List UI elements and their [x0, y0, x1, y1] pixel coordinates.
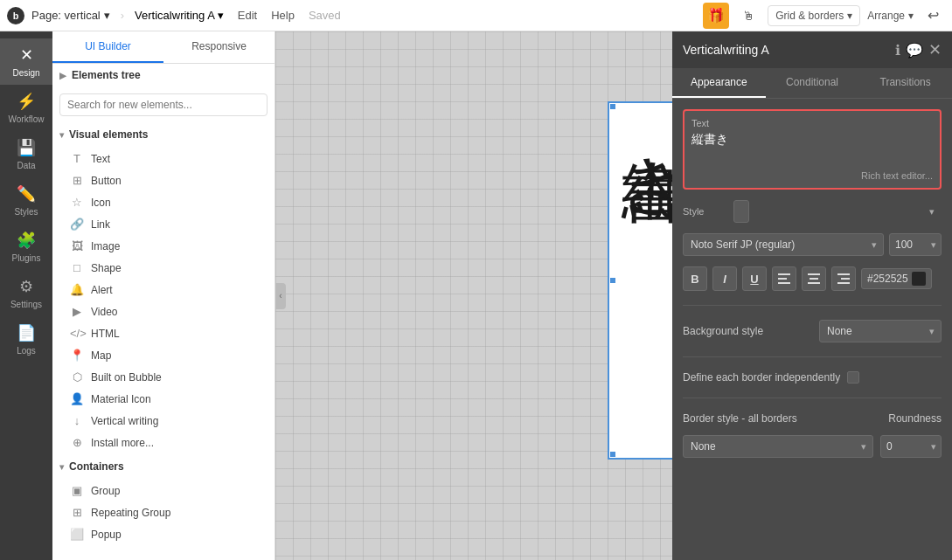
element-button[interactable]: ⊞ Button	[52, 169, 274, 191]
element-link[interactable]: 🔗 Link	[52, 213, 274, 235]
font-select[interactable]: Noto Serif JP (regular)	[683, 233, 884, 256]
arrange-label: Arrange	[867, 10, 905, 22]
elements-tree-header[interactable]: ▶ Elements tree	[52, 64, 274, 86]
element-repeating-group[interactable]: ⊞ Repeating Group	[52, 501, 274, 523]
element-name-arrow: ▾	[218, 9, 224, 22]
containers-label: Containers	[69, 460, 124, 473]
edit-menu[interactable]: Edit	[238, 9, 257, 22]
sidebar-label-settings: Settings	[10, 300, 42, 309]
element-icon[interactable]: ☆ Icon	[52, 191, 274, 213]
tab-responsive[interactable]: Responsive	[163, 31, 274, 63]
color-value: #252525	[867, 273, 908, 285]
search-input[interactable]	[59, 93, 268, 116]
bold-button[interactable]: B	[683, 266, 707, 291]
containers-header[interactable]: ▾ Containers	[52, 455, 274, 478]
color-picker[interactable]: #252525	[861, 268, 932, 289]
grid-borders-button[interactable]: Grid & borders ▾	[768, 5, 860, 26]
element-video[interactable]: ▶ Video	[52, 301, 274, 322]
element-html[interactable]: </> HTML	[52, 322, 274, 344]
tab-transitions[interactable]: Transitions	[858, 68, 952, 98]
align-center-button[interactable]	[802, 266, 826, 291]
svg-rect-5	[808, 282, 820, 284]
sidebar-item-logs[interactable]: 📄 Logs	[0, 316, 52, 363]
main-layout: ✕ Design ⚡ Workflow 💾 Data ✏️ Styles 🧩 P…	[0, 31, 952, 560]
element-name-selector[interactable]: Verticalwriting A ▾	[135, 9, 224, 22]
element-text[interactable]: T Text	[52, 148, 274, 169]
element-built-on-bubble[interactable]: ⬡ Built on Bubble	[52, 366, 274, 388]
panel-collapse-button[interactable]: ‹	[275, 283, 286, 309]
element-image[interactable]: 🖼 Image	[52, 235, 274, 257]
align-right-button[interactable]	[831, 266, 856, 291]
svg-rect-1	[778, 278, 787, 280]
comment-icon[interactable]: 💬	[906, 42, 923, 59]
element-group[interactable]: ▣ Group	[52, 480, 274, 501]
element-vertical-writing[interactable]: ↓ Vertical writing	[52, 410, 274, 432]
sidebar-item-workflow[interactable]: ⚡ Workflow	[0, 85, 52, 131]
border-style-select[interactable]: None	[683, 435, 873, 458]
topbar-actions: Edit Help Saved	[238, 9, 341, 22]
gift-button[interactable]: 🎁	[703, 3, 729, 29]
background-style-label: Background style	[683, 325, 812, 337]
border-roundness-controls: None 0	[683, 435, 942, 458]
roundness-select-wrap: 0	[880, 435, 942, 458]
html-icon: </>	[70, 327, 84, 340]
canvas-area[interactable]: ‹ 縦書き	[275, 31, 672, 560]
visual-elements-arrow: ▾	[59, 130, 64, 140]
element-material-icon[interactable]: 👤 Material Icon	[52, 388, 274, 410]
image-icon: 🖼	[70, 239, 84, 252]
background-style-select[interactable]: None	[819, 320, 942, 342]
sidebar-label-styles: Styles	[14, 207, 38, 217]
tab-ui-builder[interactable]: UI Builder	[52, 31, 163, 63]
rich-text-editor-link[interactable]: Rich text editor...	[691, 170, 933, 181]
cursor-icon[interactable]: 🖱	[736, 3, 761, 28]
containers-arrow: ▾	[59, 462, 64, 472]
sidebar-item-plugins[interactable]: 🧩 Plugins	[0, 224, 52, 270]
sidebar-item-settings[interactable]: ⚙ Settings	[0, 270, 52, 316]
resize-handle-top-left[interactable]	[609, 103, 616, 110]
tab-conditional[interactable]: Conditional	[766, 68, 859, 98]
roundness-select[interactable]: 0	[880, 435, 942, 458]
close-icon[interactable]: ✕	[928, 40, 942, 59]
info-icon[interactable]: ℹ	[895, 42, 900, 59]
svg-rect-3	[808, 273, 820, 275]
link-icon: 🔗	[70, 218, 84, 231]
sidebar-item-design[interactable]: ✕ Design	[0, 38, 52, 85]
sidebar-item-styles[interactable]: ✏️ Styles	[0, 177, 52, 224]
page-selector[interactable]: Page: vertical ▾	[31, 9, 110, 22]
resize-handle-bottom-left[interactable]	[609, 451, 616, 458]
resize-handle-middle-left[interactable]	[609, 277, 616, 284]
sidebar-item-data[interactable]: 💾 Data	[0, 131, 52, 177]
underline-button[interactable]: U	[742, 266, 767, 291]
vertical-text-element[interactable]: 縦書き	[608, 101, 672, 460]
tab-appearance[interactable]: Appearance	[672, 68, 766, 98]
panel-tabs: UI Builder Responsive	[52, 31, 274, 64]
element-alert[interactable]: 🔔 Alert	[52, 279, 274, 301]
visual-elements-header[interactable]: ▾ Visual elements	[52, 123, 274, 146]
arrange-button[interactable]: Arrange ▾	[867, 10, 914, 22]
divider-1	[683, 305, 942, 306]
group-icon: ▣	[70, 484, 84, 497]
border-independent-checkbox[interactable]	[847, 371, 859, 384]
divider-2	[683, 356, 942, 357]
border-independent-row: Define each border independently	[683, 371, 942, 384]
sidebar-label-data: Data	[17, 161, 35, 170]
undo-button[interactable]: ↩	[921, 3, 945, 28]
divider-3	[683, 398, 942, 398]
font-size-select[interactable]: 100	[889, 233, 942, 256]
right-panel-tabs: Appearance Conditional Transitions	[672, 68, 952, 99]
element-popup[interactable]: ⬜ Popup	[52, 523, 274, 545]
italic-button[interactable]: I	[712, 266, 737, 291]
text-field-section: Text 縦書き Rich text editor...	[683, 109, 942, 190]
font-row: Noto Serif JP (regular) 100	[683, 233, 942, 256]
text-field-content[interactable]: 縦書き	[691, 132, 933, 167]
help-menu[interactable]: Help	[271, 9, 295, 22]
align-left-button[interactable]	[772, 266, 796, 291]
element-shape[interactable]: □ Shape	[52, 257, 274, 279]
popup-icon: ⬜	[70, 528, 84, 541]
repeating-group-icon: ⊞	[70, 506, 84, 519]
style-select[interactable]	[733, 200, 749, 223]
element-map[interactable]: 📍 Map	[52, 344, 274, 366]
background-style-row: Background style None	[683, 320, 942, 342]
element-install-more[interactable]: ⊕ Install more...	[52, 432, 274, 453]
border-roundness-labels: Border style - all borders Roundness	[683, 412, 942, 425]
